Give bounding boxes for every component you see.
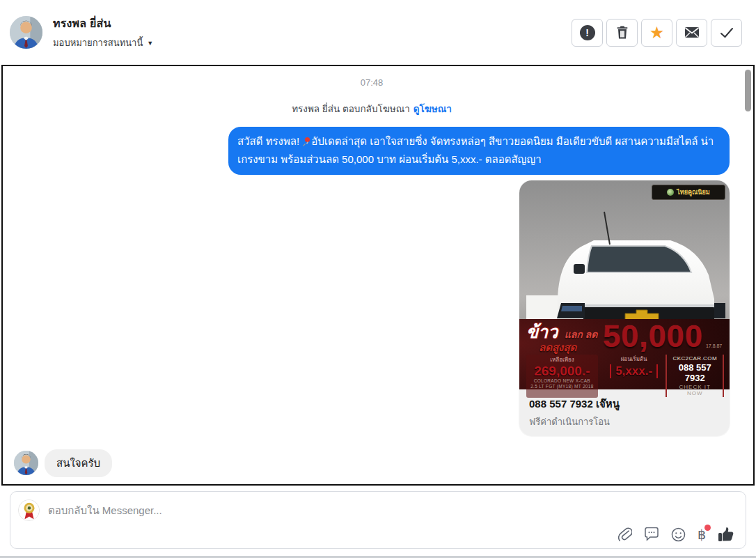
notification-dot (704, 525, 711, 531)
contact-avatar-small (14, 451, 38, 475)
contact-name: ทรงพล ยี่ส่น (53, 15, 153, 32)
promo-website: CKC2CAR.COM (672, 355, 717, 362)
delete-button[interactable] (606, 19, 638, 47)
payment-button[interactable]: ฿ (698, 527, 706, 542)
car-ad-image: S035 ไทยคูณนิยม ข้าว (519, 180, 730, 389)
assign-conversation-dropdown[interactable]: มอบหมายการสนทนานี้ ▼ (53, 36, 153, 50)
dealer-badge: ไทยคูณนิยม (652, 185, 725, 200)
ad-context-line: ทรงพล ยี่ส่น ตอบกลับโฆษณาดูโฆษณา (14, 101, 730, 116)
greeting-prefix: สวัสดี ทรงพล! (237, 135, 302, 147)
message-list: 07:48 ทรงพล ยี่ส่น ตอบกลับโฆษณาดูโฆษณา ส… (1, 65, 755, 486)
incoming-message-row: สนใจครับ (14, 449, 730, 477)
envelope-icon (684, 26, 700, 38)
price-label: เหลือเพียง (528, 355, 597, 364)
scrollbar-thumb[interactable] (745, 70, 751, 111)
page-avatar (18, 499, 40, 521)
conversation-toolbar: ! ★ (572, 19, 742, 47)
mark-done-button[interactable] (711, 19, 742, 47)
promo-subheadline: ลดสูงสุด (539, 342, 597, 352)
trash-icon (615, 25, 629, 40)
conversation-header: ทรงพล ยี่ส่น มอบหมายการสนทนานี้ ▼ ! ★ (0, 0, 756, 65)
report-icon: ! (580, 25, 595, 40)
chevron-down-icon: ▼ (147, 40, 153, 47)
mark-unread-button[interactable] (676, 19, 707, 47)
reply-input[interactable] (48, 504, 535, 516)
ad-attachment-card[interactable]: S035 ไทยคูณนิยม ข้าว (519, 180, 730, 436)
installment-value: 5,xxx.- (615, 364, 652, 378)
star-button[interactable]: ★ (641, 19, 672, 47)
promo-date-note: 17.8.87 (706, 343, 722, 348)
paperclip-icon (618, 527, 632, 542)
attach-file-button[interactable] (618, 527, 632, 542)
installment-label: ผ่อนเริ่มต้น (606, 355, 662, 364)
reply-composer: ฿ (10, 491, 746, 549)
timestamp: 07:48 (14, 77, 730, 88)
model-name: COLORADO NEW X-CAB (528, 378, 597, 383)
contact-avatar (10, 16, 42, 49)
ad-context-text: ทรงพล ยี่ส่น ตอบกลับโฆษณา (292, 104, 410, 114)
dealer-logo-icon (667, 189, 674, 196)
attachment-subtitle: ฟรีค่าดำเนินการโอน (529, 414, 720, 429)
outgoing-greeting-bubble: สวัสดี ทรงพล! อัปเดตล่าสุด เอาใจสายซิ่ง … (228, 127, 730, 175)
report-button[interactable]: ! (572, 19, 603, 47)
view-ad-link[interactable]: ดูโฆษณา (414, 104, 452, 114)
incoming-bubble: สนใจครับ (45, 449, 112, 477)
assign-label: มอบหมายการสนทนานี้ (53, 36, 143, 50)
promo-phone: 088 557 7932 (672, 362, 717, 383)
promo-overlay: ข้าว แลก ลด ลดสูงสุด 50,000 17.8.87 เหลื… (519, 319, 730, 389)
promo-headline-word: ข้าว (526, 322, 558, 341)
emoji-button[interactable] (671, 527, 686, 542)
thumbs-up-icon (718, 527, 734, 542)
pushpin-icon (302, 137, 311, 146)
price-value: 269,000.- (528, 364, 597, 378)
like-button[interactable] (718, 527, 734, 542)
chat-bubble-icon (644, 527, 659, 541)
promo-cta: CHECK IT NOW (672, 384, 717, 396)
smiley-icon (671, 527, 686, 542)
promo-discount-amount: 50,000 (603, 322, 703, 350)
model-spec: 2.5 LT FGT (MY18) MT 2018 (528, 384, 597, 389)
check-icon (720, 27, 734, 38)
promo-headline-rest: แลก ลด (565, 329, 598, 340)
star-icon: ★ (649, 24, 665, 41)
attachment-title: 088 557 7932 เจ๊หนู (529, 396, 720, 412)
dealer-name: ไทยคูณนิยม (677, 187, 709, 197)
saved-replies-button[interactable] (644, 527, 659, 541)
